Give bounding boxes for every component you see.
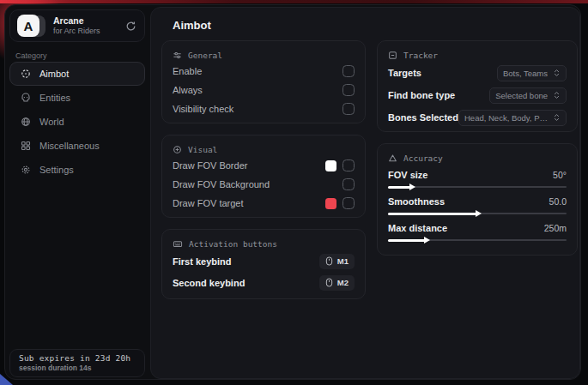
app-window: A Arcane for Arc Riders Category: [4, 4, 581, 380]
panel-general: General Enable Always Visibility check: [161, 40, 366, 123]
sidebar-item-aimbot[interactable]: Aimbot: [9, 62, 145, 86]
cursor-artifact: [0, 374, 13, 385]
checkbox-visibility-check[interactable]: [342, 103, 355, 115]
color-swatch-white[interactable]: [325, 160, 336, 171]
keybind-value: M2: [337, 278, 349, 287]
keybind-value: M1: [337, 256, 349, 266]
keybind-button-second[interactable]: M2: [319, 275, 355, 291]
keyboard-icon: [173, 239, 183, 249]
sliders-icon: [173, 51, 182, 60]
panel-title: General: [188, 51, 222, 60]
subscription-expiry: Sub expires in 23d 20h: [19, 353, 136, 363]
dropdown-value: Head, Neck, Body, Pe...: [464, 113, 548, 123]
setting-row-find-bone-type: Find bone type Selected bone: [388, 84, 567, 106]
setting-row-fov-size: FOV size 50°: [388, 167, 567, 191]
checkbox-fov-target[interactable]: [342, 197, 355, 209]
page-title: Aimbot: [173, 19, 211, 32]
brand-logo: A: [16, 14, 51, 38]
globe-icon: [21, 117, 32, 127]
setting-row-fov-target: Draw FOV target: [173, 194, 355, 213]
slider-thumb[interactable]: [476, 210, 482, 217]
setting-row-bones-selected: Bones Selected Head, Neck, Body, Pe...: [388, 106, 567, 129]
setting-row-second-keybind: Second keybind M2: [173, 272, 355, 293]
sidebar: A Arcane for Arc Riders Category: [5, 5, 150, 379]
panel-activation-buttons: Activation buttons First keybind M1 S: [161, 229, 366, 299]
entities-icon: [21, 93, 32, 103]
red-top-glow: [0, 0, 588, 3]
panel-tracker: Tracker Targets Bots, Teams Find bone: [377, 40, 578, 132]
smoothness-value: 50.0: [549, 196, 567, 207]
setting-row-enable: Enable: [173, 62, 355, 81]
color-swatch-red[interactable]: [325, 198, 336, 209]
refresh-icon[interactable]: [125, 21, 136, 32]
sidebar-item-label: World: [39, 117, 64, 127]
unfold-icon: [553, 113, 561, 122]
checkbox-enable[interactable]: [342, 65, 355, 77]
setting-row-fov-background: Draw FOV Background: [173, 175, 355, 194]
sidebar-item-label: Aimbot: [39, 69, 69, 79]
setting-row-always: Always: [173, 81, 355, 99]
triangle-icon: [388, 153, 397, 163]
bones-selected-dropdown[interactable]: Head, Neck, Body, Pe...: [458, 110, 567, 126]
sidebar-item-label: Miscellaneous: [39, 141, 100, 151]
targets-dropdown[interactable]: Bots, Teams: [497, 65, 567, 81]
scan-icon: [388, 51, 397, 60]
sidebar-nav: Aimbot Entities: [9, 62, 145, 182]
setting-row-first-keybind: First keybind M1: [173, 250, 355, 272]
bone-type-dropdown[interactable]: Selected bone: [489, 87, 567, 104]
panel-title: Accuracy: [403, 153, 443, 163]
brand-tagline: for Arc Riders: [53, 27, 100, 36]
checkbox-fov-background[interactable]: [342, 178, 355, 190]
sidebar-item-settings[interactable]: Settings: [9, 158, 145, 182]
keybind-button-first[interactable]: M1: [319, 254, 355, 269]
panel-accuracy: Accuracy FOV size 50° Smoothness: [377, 143, 578, 256]
subscription-card: Sub expires in 23d 20h session duration …: [9, 349, 145, 377]
sidebar-item-label: Entities: [39, 93, 70, 103]
mouse-icon: [325, 256, 333, 266]
smoothness-slider[interactable]: [388, 209, 567, 218]
panel-visual: Visual Draw FOV Border Draw FOV Backgrou…: [161, 135, 366, 218]
screen: A Arcane for Arc Riders Category: [0, 0, 588, 385]
unfold-icon: [553, 69, 561, 77]
crosshair-icon: [21, 69, 32, 79]
focus-icon: [173, 145, 182, 154]
brand-name: Arcane: [53, 15, 100, 27]
gear-icon: [21, 165, 32, 175]
setting-row-smoothness: Smoothness 50.0: [388, 194, 567, 218]
setting-row-targets: Targets Bots, Teams: [388, 62, 567, 84]
checkbox-always[interactable]: [342, 84, 355, 96]
mouse-icon: [325, 278, 333, 287]
max-distance-slider[interactable]: [388, 236, 567, 244]
slider-thumb[interactable]: [409, 183, 415, 190]
panel-title: Activation buttons: [189, 239, 277, 249]
category-label: Category: [15, 51, 47, 60]
panel-title: Visual: [188, 145, 217, 154]
logo-letter: A: [17, 15, 39, 37]
sidebar-item-miscellaneous[interactable]: Miscellaneous: [9, 134, 145, 158]
checkbox-fov-border[interactable]: [342, 159, 355, 171]
brand-card: A Arcane for Arc Riders: [9, 9, 145, 42]
max-distance-value: 250m: [544, 223, 567, 233]
main-panel: Aimbot General Enable Always: [150, 7, 580, 379]
dropdown-value: Selected bone: [495, 91, 548, 100]
slider-thumb[interactable]: [424, 237, 430, 244]
unfold-icon: [553, 91, 561, 99]
fov-size-value: 50°: [553, 170, 567, 180]
dropdown-value: Bots, Teams: [503, 69, 548, 78]
grid-icon: [21, 141, 32, 151]
fov-size-slider[interactable]: [388, 183, 567, 191]
setting-row-visibility-check: Visibility check: [173, 99, 355, 118]
sidebar-item-entities[interactable]: Entities: [9, 86, 145, 110]
sidebar-item-world[interactable]: World: [9, 110, 145, 134]
panel-title: Tracker: [403, 51, 438, 60]
sidebar-item-label: Settings: [39, 165, 74, 175]
session-duration: session duration 14s: [19, 364, 136, 372]
setting-row-fov-border: Draw FOV Border: [173, 156, 355, 175]
setting-row-max-distance: Max distance 250m: [388, 220, 567, 244]
